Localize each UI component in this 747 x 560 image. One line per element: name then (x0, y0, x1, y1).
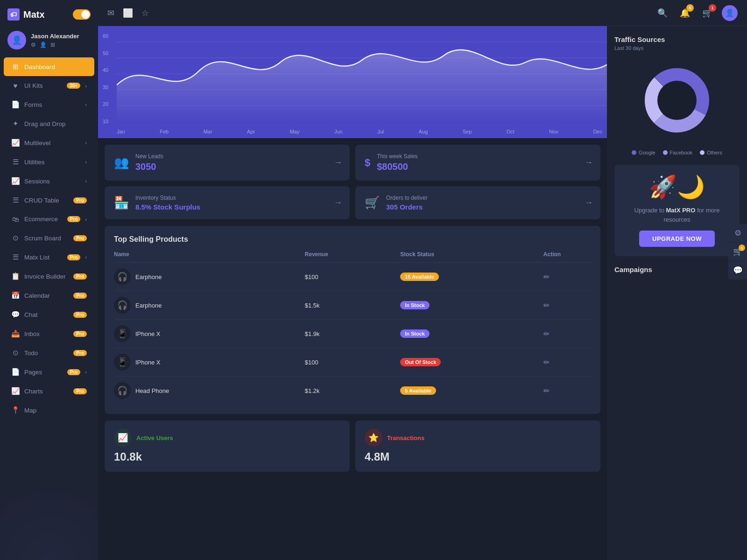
cart-button[interactable]: 🛒 1 (699, 5, 715, 21)
upgrade-card: 🚀🌙 Upgrade to MatX PRO for more resource… (614, 165, 740, 256)
edit-icon[interactable]: ✏ (543, 301, 591, 310)
sidebar-item-label: Map (24, 407, 87, 414)
content-area: 60 50 40 30 20 10 (98, 26, 747, 560)
sidebar-item-ecommerce[interactable]: 🛍 Ecommerce Pro › (4, 210, 94, 228)
topbar-actions: 🔍 🔔 5 🛒 1 👤 (655, 5, 738, 21)
traffic-subtitle: Last 30 days (614, 45, 740, 51)
search-button[interactable]: 🔍 (655, 5, 670, 21)
topbar-avatar[interactable]: 👤 (722, 5, 738, 21)
edit-icon[interactable]: ✏ (543, 273, 591, 281)
sidebar-item-inbox[interactable]: 📥 Inbox Pro (4, 324, 94, 343)
pro-badge: Pro (73, 331, 87, 337)
edit-icon[interactable]: ✏ (543, 386, 591, 395)
sidebar-item-calendar[interactable]: 📅 Calendar Pro (4, 286, 94, 305)
mail-icon[interactable]: ✉ (107, 8, 114, 18)
upgrade-now-button[interactable]: UPGRADE NOW (639, 231, 715, 247)
col-revenue: Revenue (305, 251, 400, 258)
avatar: 👤 (7, 31, 26, 49)
arrow-icon: → (334, 158, 342, 168)
chevron-right-icon: › (85, 102, 87, 107)
stat-card-label: This week Sales (377, 153, 591, 160)
window-icon[interactable]: ⬜ (123, 8, 133, 18)
sidebar-item-chat[interactable]: 💬 Chat Pro (4, 305, 94, 324)
sidebar-item-label: Dashboard (24, 63, 87, 70)
sidebar-item-drag-drop[interactable]: ✦ Drag and Drop (4, 114, 94, 133)
sidebar-item-label: Pages (24, 369, 63, 376)
crud-icon: ☰ (11, 196, 20, 204)
product-avatar: 📱 (114, 325, 131, 342)
topbar: ✉ ⬜ ☆ 🔍 🔔 5 🛒 1 👤 (98, 0, 747, 26)
x-label: Apr (247, 129, 255, 134)
edit-icon[interactable]: ✏ (543, 358, 591, 367)
sidebar-item-forms[interactable]: 📄 Forms › (4, 95, 94, 114)
stat-card-value: 305 Orders (386, 203, 591, 211)
todo-icon: ⊙ (11, 349, 20, 357)
chart-y-labels: 60 50 40 30 20 10 (103, 33, 108, 124)
leads-icon: 👥 (114, 155, 129, 170)
notifications-button[interactable]: 🔔 5 (677, 5, 693, 21)
upgrade-illustration: 🚀🌙 (622, 174, 732, 200)
stat-card-content: This week Sales $80500 (377, 153, 591, 172)
sidebar-item-label: CRUD Table (24, 197, 69, 204)
y-label: 40 (103, 67, 108, 73)
revenue: $1.9k (305, 330, 400, 337)
stock-status: Out Of Stock (400, 358, 543, 366)
favorite-icon[interactable]: ☆ (141, 8, 149, 18)
donut-chart (614, 58, 740, 142)
pro-badge: Pro (67, 254, 81, 260)
cart-float-button[interactable]: 🛒 1 (728, 243, 747, 261)
grid-icon[interactable]: ⊞ (50, 42, 55, 48)
cart-float-badge: 1 (739, 245, 745, 251)
top-selling-table: Top Selling Products Name Revenue Stock … (105, 226, 600, 414)
sidebar-item-label: Ecommerce (24, 216, 63, 223)
edit-icon[interactable]: ✏ (543, 329, 591, 338)
table-row: 🎧 Earphone $1.5k In Stock ✏ (114, 291, 591, 320)
sidebar-item-crud-table[interactable]: ☰ CRUD Table Pro (4, 191, 94, 210)
theme-toggle[interactable] (73, 9, 91, 20)
profile-icon[interactable]: 👤 (40, 42, 47, 48)
sidebar-item-multilevel[interactable]: 📈 Multilevel › (4, 133, 94, 152)
y-label: 30 (103, 84, 108, 90)
sidebar-item-todo[interactable]: ⊙ Todo Pro (4, 343, 94, 362)
sidebar: 🏷 Matx 👤 Jason Alexander ⚙ 👤 ⊞ ⊞ Dashboa… (0, 0, 98, 560)
sidebar-item-charts[interactable]: 📈 Charts Pro (4, 382, 94, 400)
sidebar-item-matx-list[interactable]: ☰ Matx List Pro › (4, 248, 94, 266)
sidebar-item-ui-kits[interactable]: ♥ UI Kits 30+ › (4, 77, 94, 95)
logo-icon: 🏷 (7, 8, 20, 21)
sidebar-item-invoice-builder[interactable]: 📋 Invoice Builder Pro (4, 267, 94, 286)
stat-card-week-sales[interactable]: $ This week Sales $80500 → (355, 145, 600, 181)
main-content: ✉ ⬜ ☆ 🔍 🔔 5 🛒 1 👤 60 (98, 0, 747, 560)
settings-icon[interactable]: ⚙ (31, 42, 36, 48)
product-name: IPhone X (135, 330, 161, 337)
chevron-right-icon: › (85, 140, 87, 146)
sidebar-item-utilities[interactable]: ☰ Utilities › (4, 153, 94, 171)
chevron-right-icon: › (85, 369, 87, 375)
stat-card-label: Orders to deliver (386, 195, 591, 201)
sales-icon: $ (365, 157, 370, 169)
chat-float-button[interactable]: 💬 (728, 261, 747, 280)
chevron-right-icon: › (85, 159, 87, 165)
sidebar-item-map[interactable]: 📍 Map (4, 401, 94, 420)
sidebar-item-dashboard[interactable]: ⊞ Dashboard (4, 57, 94, 76)
chevron-right-icon: › (85, 254, 87, 260)
ui-kits-badge: 30+ (67, 83, 80, 89)
stat-card-content: Orders to deliver 305 Orders (386, 195, 591, 211)
card-value: 10.8k (114, 450, 340, 463)
right-panel: Traffic Sources Last 30 days (607, 26, 747, 560)
sidebar-item-sessions[interactable]: 📈 Sessions › (4, 172, 94, 190)
stat-cards: 👥 New Leads 3050 → $ This week Sales $80… (98, 138, 607, 219)
stat-card-inventory[interactable]: 🏪 Inventory Status 8.5% Stock Surplus → (105, 186, 350, 219)
sidebar-logo: 🏷 Matx (7, 8, 45, 21)
legend-google: Google (632, 150, 655, 155)
product-cell: 📱 IPhone X (114, 354, 305, 371)
settings-float-button[interactable]: ⚙ (728, 224, 747, 243)
sidebar-item-scrum-board[interactable]: ⊙ Scrum Board Pro (4, 229, 94, 247)
revenue: $1.2k (305, 387, 400, 394)
stat-card-new-leads[interactable]: 👥 New Leads 3050 → (105, 145, 350, 181)
sidebar-item-label: Invoice Builder (24, 273, 69, 280)
google-label: Google (639, 150, 655, 155)
sidebar-item-label: Charts (24, 388, 69, 395)
sidebar-user: 👤 Jason Alexander ⚙ 👤 ⊞ (0, 26, 98, 57)
stat-card-orders[interactable]: 🛒 Orders to deliver 305 Orders → (355, 186, 600, 219)
sidebar-item-pages[interactable]: 📄 Pages Pro › (4, 363, 94, 381)
